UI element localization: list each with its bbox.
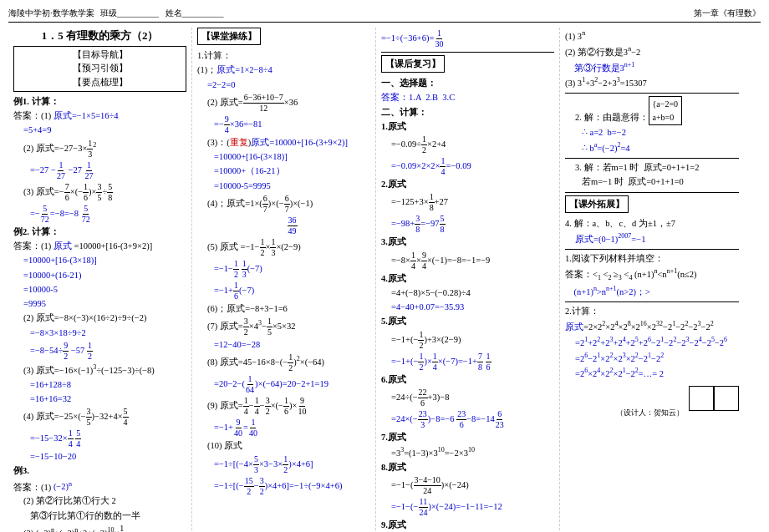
box2 bbox=[714, 386, 739, 411]
ex2-a3a: =16+128÷8 bbox=[13, 378, 186, 392]
c1-q4: (4)；原式=1×(67)×(−67)×(−1) bbox=[197, 194, 370, 215]
q3-label: 3.原式 bbox=[381, 236, 554, 249]
c4-s2b: ∴ ba=(−2)2=4 bbox=[565, 140, 739, 155]
ext-a4: 原式=(0−1)2007=−1 bbox=[565, 231, 739, 246]
q5-a2: =−1+(−12)×14×(−7)=−1+78 16 bbox=[381, 352, 554, 372]
ex2-a2a: =−8×3×18÷9÷2 bbox=[13, 327, 186, 340]
col3: =−1÷(−36+6)=130 【课后复习】 一、选择题： 答案：1.A 2.B… bbox=[376, 28, 560, 532]
c4-2b: 第③行数是3n+1 bbox=[565, 60, 739, 75]
ex3-a2b: 第③行比第①行的数的一半 bbox=[13, 509, 186, 523]
q1-a1: =−0.09÷12×2+4 bbox=[381, 134, 554, 155]
q2-a2: =−98+38=−9758 bbox=[381, 214, 554, 235]
c1-a5b: =−1+16(−7) bbox=[197, 281, 370, 301]
c4-3: (3) 31+32−2+33=15307 bbox=[565, 75, 739, 90]
c1-q6: (6)；原式=−8+3−1=6 bbox=[197, 302, 370, 316]
calc-section: 二、计算： bbox=[381, 106, 554, 119]
c1-a2: =−94×36=−81 bbox=[197, 114, 370, 135]
page-header: 海陵中学初·数学教学案 班级__________ 姓名__________ 第一… bbox=[8, 7, 761, 23]
c1-q10: (10) 原式 bbox=[197, 439, 370, 453]
c1-q8: (8) 原式=45−16×8−(−12)2×(−64) bbox=[197, 352, 370, 373]
ex1-q2: (2) 原式=−27−3×132 bbox=[13, 139, 186, 160]
q9-label: 9.原式 bbox=[381, 519, 554, 532]
right-boxes bbox=[689, 386, 739, 419]
ex3-a3: (3) (−2)n+(−2)n+2+(−2)10×12 bbox=[13, 524, 186, 532]
q5-a1: =−1+(−12)+3×(2−9) bbox=[381, 330, 554, 351]
ext-a2b: =26−21×22×23×22−21−22 bbox=[565, 351, 739, 366]
q7-a1: =33=(1−3)×310=−2×310 bbox=[381, 445, 554, 460]
ext-a1b: (n+1)n>nn+1(n>2)；> bbox=[565, 284, 739, 299]
c1-q1: (1)；原式=1×2−8÷4 bbox=[197, 63, 370, 77]
q6-label: 6.原式 bbox=[381, 373, 554, 387]
c1-q3: (3)：(重复)原式=10000+[16-(3+9×2)] bbox=[197, 136, 370, 149]
q3-a1: =−8×14×94×(−1)=−8=−1=−9 bbox=[381, 251, 554, 271]
ex3-a2: (2) 第②行比第①行大 2 bbox=[13, 494, 186, 508]
ext-a1: 答案：<1 <2 ≥3 <4 (n+1)n<nn+1(n≤2) bbox=[565, 266, 739, 283]
c1-a8: =20−2−(164)×(−64)=20−2+1=19 bbox=[197, 374, 370, 395]
c4-s2a: ∴ a=2 b=−2 bbox=[565, 126, 739, 139]
c1-a10b: =−1÷[(−152−32)×4+6]=−1÷(−9×4+6) bbox=[197, 476, 370, 497]
c1-q7: (7) 原式=32×43−15×5×32 bbox=[197, 317, 370, 337]
q8-a1: =−1−(3−4−1024)×(−24) bbox=[381, 475, 554, 496]
c1-q2: (2) 原式=6−36+10−712×36 bbox=[197, 93, 370, 114]
c4-1: (1) 3n bbox=[565, 28, 739, 43]
c4-2: (2) 第②行数是3n−2 bbox=[565, 44, 739, 59]
q7-label: 7.原式 bbox=[381, 431, 554, 444]
classroom-practice-title: 【课堂操练】 bbox=[197, 28, 261, 45]
divider2 bbox=[565, 93, 739, 94]
c1-a7: =12−40=−28 bbox=[197, 338, 370, 352]
c1-a10a: =−1÷[(−4×53×3−3×12)×4+6] bbox=[197, 454, 370, 475]
ex1-a1: =5+4=9 bbox=[13, 124, 186, 137]
c4-s2: 2. 解：由题意得：{a−2=0a+b=0 bbox=[565, 96, 739, 125]
col1: 1．5 有理数的乘方（2） 【目标导航】 【预习引领】 【要点梳理】 例1. 计… bbox=[8, 28, 192, 532]
divider1 bbox=[381, 52, 554, 53]
example2-title: 例2. 计算： bbox=[13, 225, 186, 239]
ex1-a3: =−572=−8=−8 572 bbox=[13, 204, 186, 225]
c1-q5: (5) 原式 =−1−12×13×(2−9) bbox=[197, 237, 370, 258]
divider6 bbox=[565, 301, 739, 302]
c4-s3b: 若m=−1 时 原式=0+1+1=0 bbox=[565, 175, 739, 189]
ex2-a1a: =10000+[16-(3×18)] bbox=[13, 254, 186, 267]
c1-q9: (9) 原式=14−14−32×(−16)×910 bbox=[197, 396, 370, 417]
q2-label: 2.原式 bbox=[381, 178, 554, 191]
c1-a3c: =10000-5=9995 bbox=[197, 180, 370, 193]
q6-a1: =24÷(−226+3)−8 bbox=[381, 388, 554, 408]
col2: 【课堂操练】 1.计算： (1)；原式=1×2−8÷4 =2−2=0 (2) 原… bbox=[192, 28, 376, 532]
example3-title: 例3. bbox=[13, 464, 186, 478]
ex2-a2b: =−8−54÷92 −57 12 bbox=[13, 341, 186, 362]
header-left: 海陵中学初·数学教学案 班级__________ 姓名__________ bbox=[8, 7, 224, 19]
q1-a2: =−0.09×2×2×14=−0.09 bbox=[381, 156, 554, 177]
q4-a2: =4−40+0.07=−35.93 bbox=[381, 301, 554, 314]
ex2-a1b: =10000+(16-21) bbox=[13, 269, 186, 282]
practice-label: 【预习引领】 bbox=[18, 62, 182, 75]
ex1-a2: =−27 −127 −27 127 bbox=[13, 160, 186, 181]
ex1-q1: 答案：(1) 原式=−1×5=16÷4 bbox=[13, 109, 186, 123]
c1-a1: =2−2=0 bbox=[197, 79, 370, 92]
ex2-q2: (2) 原式=−8×(−3)×(16÷2)÷9÷(−2) bbox=[13, 312, 186, 325]
choose-section: 一、选择题： bbox=[381, 77, 554, 90]
classroom-review-title: 【课后复习】 bbox=[381, 55, 445, 73]
ex2-intro: 答案：(1) 原式 =10000+[16-(3+9×2)] bbox=[13, 240, 186, 253]
ex1-q3: (3) 原式=−76×(−16)×35÷58 bbox=[13, 182, 186, 203]
divider4 bbox=[565, 192, 739, 193]
col3-cont: =−1÷(−36+6)=130 bbox=[381, 28, 554, 49]
ex2-q4: (4) 原式=−25×(−35)−32+4×54 bbox=[13, 407, 186, 428]
example1-section: 例1. 计算： 答案：(1) 原式=−1×5=16÷4 =5+4=9 (2) 原… bbox=[13, 95, 186, 532]
c1-q0: 1.计算： bbox=[197, 49, 370, 63]
ex2-q3: (3) 原式=−16×(−1)3÷(−125−3)÷(−8) bbox=[13, 362, 186, 377]
school-name: 海陵中学初·数学教学案 班级__________ 姓名__________ bbox=[8, 7, 224, 19]
ext-q2: 2.计算： bbox=[565, 305, 739, 318]
q4-a1: =4+(−8)×5−(−0.28)÷4 bbox=[381, 286, 554, 300]
col4: (1) 3n (2) 第②行数是3n−2 第③行数是3n+1 (3) 31+32… bbox=[560, 28, 744, 532]
main-layout: 1．5 有理数的乘方（2） 【目标导航】 【预习引领】 【要点梳理】 例1. 计… bbox=[8, 28, 761, 532]
ex2-a4b: =−15−10−20 bbox=[13, 450, 186, 464]
keypoints-label: 【要点梳理】 bbox=[18, 76, 182, 89]
main-title: 1．5 有理数的乘方（2） bbox=[13, 28, 186, 44]
guide-section: 【目标导航】 【预习引领】 【要点梳理】 bbox=[13, 46, 186, 92]
chapter-title: 第一章《有理数》 bbox=[694, 7, 761, 19]
ext-a2c: =26×24×22×21−22=…= 2 bbox=[565, 366, 739, 381]
c1-a9: =−1+940=140 bbox=[197, 418, 370, 438]
ex3-a1: 答案：(1) (−2)n bbox=[13, 479, 186, 494]
example1-title: 例1. 计算： bbox=[13, 95, 186, 109]
extension-title: 【课外拓展】 bbox=[565, 195, 629, 213]
q1-label: 1.原式 bbox=[381, 120, 554, 134]
